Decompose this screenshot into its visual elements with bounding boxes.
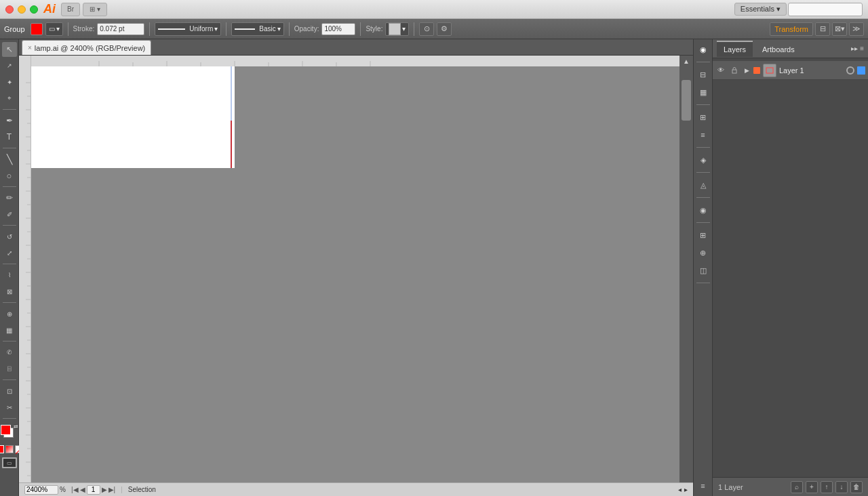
arrange-icon-btn[interactable]: ⊠▾ <box>832 22 847 36</box>
view-button[interactable]: ⊞ ▾ <box>83 3 107 16</box>
maximize-button[interactable] <box>30 5 38 14</box>
next-page-icon[interactable]: ▶ <box>102 486 107 493</box>
tool-divider-2 <box>3 148 16 148</box>
scroll-thumb-vertical[interactable] <box>682 80 691 121</box>
opacity-input[interactable] <box>321 23 355 35</box>
minimize-button[interactable] <box>18 5 26 14</box>
layer-target-icon[interactable] <box>846 66 854 75</box>
page-input[interactable] <box>87 485 100 495</box>
close-button[interactable] <box>5 5 14 14</box>
swatches-panel-icon[interactable]: ⊞ <box>696 110 711 125</box>
layers-header: Layers Artboards ▸▸ ≡ <box>713 39 868 58</box>
main-area: ↖ ↗ ✦ ⌖ ✒ T ╲ ○ ✏ ✐ ↺ ⤢ ⌇ ⊠ ⊕ ▦ ✆ ⌸ ⊡ ✂ … <box>0 39 868 496</box>
document-tab[interactable]: × lamp.ai @ 2400% (RGB/Preview) <box>22 40 151 55</box>
pen-tool[interactable]: ✒ <box>2 113 17 128</box>
canvas-scroll[interactable]: ▲ ◀ ◀ ◁ ▷ ▶ <box>19 56 693 496</box>
prev-page-icon[interactable]: ◀ <box>80 486 85 493</box>
tab-close-icon[interactable]: × <box>28 44 32 51</box>
stroke-value-input[interactable] <box>97 23 144 35</box>
artboard-prev-icon[interactable]: ◂ <box>678 486 682 493</box>
artwork-canvas[interactable] <box>31 66 235 168</box>
toolbar: Group ▭▾ Stroke: Uniform ▾ Basic ▾ Opaci… <box>0 19 868 39</box>
sep4 <box>289 22 290 36</box>
gradient-tool[interactable]: ▦ <box>2 323 17 337</box>
rotate-tool[interactable]: ↺ <box>2 229 17 244</box>
first-page-icon[interactable]: |◀ <box>71 486 79 493</box>
fill-solid-icon[interactable] <box>0 445 4 453</box>
stroke-mode-box[interactable]: ▭▾ <box>45 22 63 36</box>
style-label: Style: <box>366 25 382 33</box>
pathfinder-panel-icon[interactable]: ◫ <box>696 263 711 278</box>
layers-content: 👁 ▶ Layer 1 <box>713 58 868 477</box>
scale-tool[interactable]: ⤢ <box>2 245 17 260</box>
brush-tool[interactable]: ✏ <box>2 190 17 205</box>
swap-colors-icon[interactable]: ⇄ <box>14 423 18 430</box>
layers-expand-buttons: ▸▸ ≡ <box>851 45 864 52</box>
pencil-tool[interactable]: ✐ <box>2 207 17 222</box>
scroll-up-arrow[interactable]: ▲ <box>679 56 693 66</box>
gradient-panel-icon[interactable]: ▦ <box>696 85 711 100</box>
align-icon-btn[interactable]: ⊟ <box>815 22 830 36</box>
scrollbar-vertical[interactable]: ▲ <box>679 56 693 482</box>
eyedropper-tool[interactable]: ✆ <box>2 345 17 360</box>
color-panel-icon[interactable]: ◉ <box>696 42 711 57</box>
style-dropdown[interactable]: ▾ <box>385 22 409 36</box>
tool-divider-7 <box>3 341 16 342</box>
move-selection-to-layer-btn[interactable]: ↑ <box>821 481 833 493</box>
layers-footer-buttons: ⌕ + ↑ ↓ 🗑 <box>791 481 863 493</box>
new-layer-btn[interactable]: + <box>806 481 818 493</box>
layer-lock-toggle[interactable] <box>729 65 740 76</box>
expand-all-icon[interactable]: ▸▸ <box>851 45 858 52</box>
search-layers-btn[interactable]: ⌕ <box>791 481 803 493</box>
brushes-panel-icon[interactable]: ≡ <box>696 127 711 142</box>
line-tool[interactable]: ╲ <box>2 152 17 167</box>
transform-button[interactable]: Transform <box>770 22 813 36</box>
shape-tool[interactable]: ○ <box>2 168 17 183</box>
fill-gradient-icon[interactable] <box>5 445 14 453</box>
brush-style-dropdown[interactable]: Basic ▾ <box>231 22 283 36</box>
opacity-label: Opacity: <box>294 25 319 33</box>
free-transform-tool[interactable]: ⊠ <box>2 284 17 299</box>
warp-tool[interactable]: ⌇ <box>2 268 17 283</box>
variables-panel-icon[interactable]: ≡ <box>696 478 711 493</box>
search-input[interactable] <box>788 3 863 16</box>
extra-menu-btn[interactable]: ≫ <box>849 22 864 36</box>
direct-select-tool[interactable]: ↗ <box>2 58 17 73</box>
layer-visibility-toggle[interactable]: 👁 <box>715 65 726 76</box>
slice-tool[interactable]: ✂ <box>2 400 17 415</box>
stroke-swatch[interactable] <box>31 23 43 35</box>
last-page-icon[interactable]: ▶| <box>108 486 116 493</box>
tool-divider-5 <box>3 264 16 264</box>
transform-panel-icon[interactable]: ⊕ <box>696 245 711 260</box>
text-tool[interactable]: T <box>2 129 17 144</box>
stroke-panel-icon[interactable]: ⊟ <box>696 67 711 82</box>
globe-icon-btn[interactable]: ⊙ <box>419 22 434 36</box>
bridge-button[interactable]: Br <box>61 3 80 16</box>
selection-tool[interactable]: ↖ <box>2 42 17 57</box>
delete-layer-btn[interactable]: 🗑 <box>850 481 863 493</box>
artboards-tab[interactable]: Artboards <box>755 41 802 57</box>
graphic-styles-icon[interactable]: ◬ <box>696 178 711 192</box>
appearance-panel-icon[interactable]: ◉ <box>696 203 711 218</box>
settings-icon-btn[interactable]: ⚙ <box>437 22 452 36</box>
artboard-next-icon[interactable]: ▸ <box>684 486 688 493</box>
essentials-button[interactable]: Essentials ▾ <box>734 3 787 16</box>
sep1 <box>68 22 68 36</box>
collect-in-new-layer-btn[interactable]: ↓ <box>835 481 848 493</box>
fg-swatch[interactable] <box>1 425 11 435</box>
layer-1-row[interactable]: 👁 ▶ Layer 1 <box>713 61 868 80</box>
stroke-style-dropdown[interactable]: Uniform ▾ <box>155 22 221 36</box>
zoom-input[interactable] <box>24 485 58 495</box>
layers-menu-icon[interactable]: ≡ <box>860 45 864 52</box>
artboard-tool[interactable]: ⊡ <box>2 384 17 398</box>
layer-select-indicator[interactable] <box>857 66 865 75</box>
chart-tool[interactable]: ⌸ <box>2 361 17 376</box>
symbols-panel-icon[interactable]: ◈ <box>696 152 711 167</box>
change-screen-mode-icon[interactable]: ▭ <box>2 457 17 468</box>
magic-wand-tool[interactable]: ✦ <box>2 75 17 89</box>
layer-expand-icon[interactable]: ▶ <box>743 66 751 75</box>
lasso-tool[interactable]: ⌖ <box>2 91 17 106</box>
shapebuilder-tool[interactable]: ⊕ <box>2 306 17 321</box>
align-panel-icon[interactable]: ⊞ <box>696 228 711 243</box>
layers-tab[interactable]: Layers <box>717 41 753 57</box>
